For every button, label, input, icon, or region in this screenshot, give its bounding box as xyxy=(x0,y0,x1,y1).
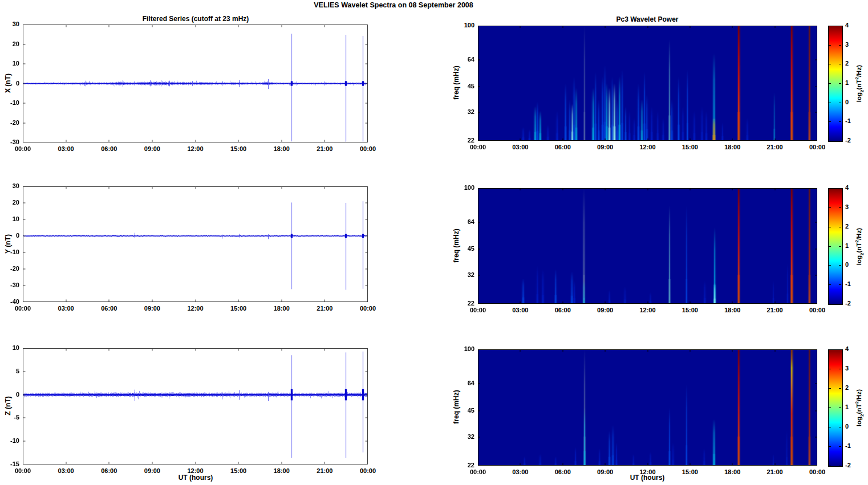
y-tick-label: -40 xyxy=(0,298,19,305)
y-tick-label: 32 xyxy=(452,433,474,440)
colorbar-tick xyxy=(829,26,831,26)
y-tick-label: 0 xyxy=(0,80,19,87)
x-tick-label: 12:00 xyxy=(181,305,210,312)
y-tick-label: 22 xyxy=(452,300,474,307)
y-tick-label: 10 xyxy=(0,344,19,351)
colorbar-tick-label: 3 xyxy=(845,41,862,48)
x-tick-label: 00:00 xyxy=(9,305,37,312)
colorbar-tick-label: 0 xyxy=(845,423,862,430)
wavelet-spectrogram-y xyxy=(478,188,817,304)
colorbar-tick xyxy=(839,103,841,103)
timeseries-plot-x xyxy=(23,25,368,142)
y-tick-label: 32 xyxy=(452,108,474,115)
y-tick-label: -30 xyxy=(0,138,19,145)
x-tick-label: 00:00 xyxy=(464,144,492,150)
colorbar-tick-label: -2 xyxy=(845,462,862,468)
x-tick-label: 06:00 xyxy=(549,144,577,150)
y-tick-label: 64 xyxy=(452,218,474,225)
y-tick-label: 100 xyxy=(452,184,474,191)
x-tick-label: 18:00 xyxy=(718,468,747,475)
colorbar-tick xyxy=(829,427,831,427)
colorbar-tick xyxy=(829,64,831,64)
y-tick-label: 0 xyxy=(0,391,19,398)
y-tick-label: 45 xyxy=(452,83,474,89)
y-tick-label: -10 xyxy=(0,248,19,255)
x-tick-label: 00:00 xyxy=(354,467,382,474)
y-tick-label: 5 xyxy=(0,368,19,374)
x-tick-label: 21:00 xyxy=(761,468,789,475)
y-tick-label: -5 xyxy=(0,414,19,421)
x-tick-label: 06:00 xyxy=(549,307,577,313)
x-tick-label: 06:00 xyxy=(95,467,123,474)
colorbar-tick xyxy=(839,227,841,227)
x-tick-label: 09:00 xyxy=(138,467,167,474)
x-tick-label: 09:00 xyxy=(591,307,619,313)
colorbar-tick xyxy=(829,121,831,122)
y-tick-label: 45 xyxy=(452,245,474,252)
y-tick-label: 22 xyxy=(452,137,474,144)
colorbar-tick xyxy=(839,369,841,369)
y-tick-label: 100 xyxy=(452,22,474,28)
y-tick-label: 32 xyxy=(452,271,474,278)
colorbar-tick-label: 3 xyxy=(845,203,862,210)
x-tick-label: 03:00 xyxy=(52,467,80,474)
colorbar-tick-label: 1 xyxy=(845,79,862,86)
timeseries-plot-z xyxy=(23,348,368,464)
x-tick-label: 09:00 xyxy=(591,468,619,475)
y-tick-label: 20 xyxy=(0,199,19,206)
colorbar-tick-label: 4 xyxy=(845,184,862,191)
colorbar-gradient xyxy=(828,188,843,305)
colorbar-tick xyxy=(839,349,841,350)
colorbar-gradient xyxy=(828,26,843,142)
colorbar-tick xyxy=(839,427,841,427)
colorbar-tick xyxy=(829,141,831,141)
colorbar-tick xyxy=(829,407,831,408)
colorbar-tick xyxy=(839,141,841,141)
x-tick-label: 21:00 xyxy=(310,305,339,312)
colorbar-tick-label: 4 xyxy=(845,345,862,352)
colorbar-tick xyxy=(839,407,841,408)
x-tick-label: 00:00 xyxy=(803,307,832,313)
y-tick-label: -10 xyxy=(0,99,19,106)
y-tick-label: 10 xyxy=(0,60,19,67)
x-tick-label: 03:00 xyxy=(52,305,80,312)
y-tick-label: 30 xyxy=(0,21,19,27)
colorbar-tick-label: 0 xyxy=(845,261,862,268)
x-tick-label: 00:00 xyxy=(9,467,37,474)
timeseries-plot-y xyxy=(23,186,368,302)
x-tick-label: 00:00 xyxy=(9,145,37,152)
y-tick-label: 64 xyxy=(452,380,474,386)
x-tick-label: 00:00 xyxy=(354,305,382,312)
colorbar-tick-label: -1 xyxy=(845,280,862,287)
colorbar-tick xyxy=(829,227,831,227)
x-tick-label: 12:00 xyxy=(181,467,210,474)
x-tick-label: 18:00 xyxy=(267,305,296,312)
x-tick-label: 09:00 xyxy=(591,144,619,150)
y-tick-label: 0 xyxy=(0,232,19,239)
colorbar-tick xyxy=(839,83,841,84)
x-tick-label: 15:00 xyxy=(224,305,253,312)
x-tick-label: 18:00 xyxy=(267,145,296,152)
x-tick-label: 18:00 xyxy=(267,467,296,474)
wavelet-spectrogram-x xyxy=(478,26,817,141)
x-tick-label: 00:00 xyxy=(803,468,832,475)
colorbar-tick-label: 3 xyxy=(845,365,862,372)
x-tick-label: 03:00 xyxy=(506,307,534,313)
x-tick-label: 00:00 xyxy=(464,468,492,475)
y-tick-label: -10 xyxy=(0,437,19,444)
colorbar-tick-label: -2 xyxy=(845,300,862,307)
x-tick-label: 06:00 xyxy=(95,305,123,312)
colorbar-tick xyxy=(839,64,841,64)
y-tick-label: 45 xyxy=(452,407,474,414)
x-tick-label: 21:00 xyxy=(761,144,789,150)
y-tick-label: -20 xyxy=(0,119,19,126)
colorbar-tick xyxy=(839,265,841,266)
x-tick-label: 06:00 xyxy=(549,468,577,475)
x-tick-label: 06:00 xyxy=(95,145,123,152)
colorbar-tick xyxy=(839,304,841,304)
colorbar-tick xyxy=(829,246,831,247)
colorbar-tick xyxy=(839,207,841,208)
colorbar-tick-label: 2 xyxy=(845,60,862,67)
colorbar-tick-label: 2 xyxy=(845,384,862,391)
x-tick-label: 12:00 xyxy=(634,468,662,475)
